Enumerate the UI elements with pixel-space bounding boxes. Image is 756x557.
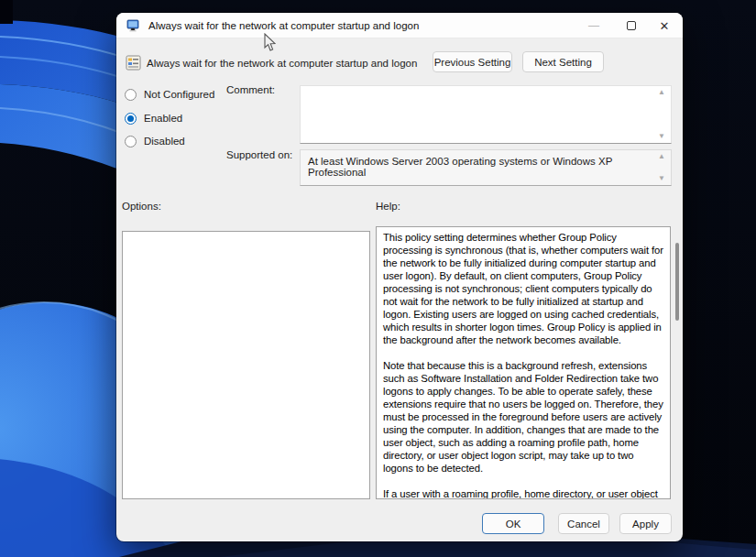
- comment-label: Comment:: [226, 84, 275, 95]
- previous-setting-button[interactable]: Previous Setting: [433, 51, 512, 72]
- policy-setting-dialog: Always wait for the network at computer …: [116, 13, 683, 541]
- radio-not-configured[interactable]: Not Configured: [125, 86, 214, 103]
- radio-circle-icon: [125, 113, 137, 125]
- radio-label: Enabled: [144, 113, 182, 124]
- comment-input[interactable]: ▲ ▼: [300, 85, 672, 144]
- options-label: Options:: [122, 201, 161, 212]
- radio-circle-icon: [125, 136, 137, 147]
- scroll-up-icon[interactable]: ▲: [658, 153, 665, 160]
- supported-on-label: Supported on:: [226, 149, 292, 160]
- mouse-cursor-icon: [263, 33, 276, 52]
- maximize-icon: [627, 21, 636, 30]
- help-label: Help:: [376, 201, 400, 212]
- help-paragraph: If a user with a roaming profile, home d…: [383, 487, 663, 499]
- help-paragraph: Note that because this is a background r…: [383, 359, 663, 475]
- policy-window-icon: [126, 18, 141, 33]
- radio-label: Disabled: [144, 136, 185, 147]
- help-paragraph: This policy setting determines whether G…: [383, 231, 663, 346]
- supported-on-value: At least Windows Server 2003 operating s…: [308, 156, 652, 178]
- apply-button[interactable]: Apply: [619, 513, 672, 534]
- ok-button[interactable]: OK: [482, 513, 544, 534]
- options-listbox[interactable]: [122, 231, 370, 499]
- radio-enabled[interactable]: Enabled: [125, 110, 182, 126]
- setting-title: Always wait for the network at computer …: [147, 58, 417, 69]
- window-title: Always wait for the network at computer …: [148, 20, 419, 31]
- cancel-button[interactable]: Cancel: [558, 513, 609, 534]
- close-button[interactable]: ✕: [646, 13, 683, 38]
- radio-label: Not Configured: [144, 89, 214, 100]
- help-scrollbar-thumb[interactable]: [675, 243, 679, 321]
- minimize-button[interactable]: —: [575, 13, 612, 38]
- maximize-button[interactable]: [613, 13, 650, 38]
- scroll-down-icon[interactable]: ▼: [658, 175, 665, 182]
- scroll-down-icon[interactable]: ▼: [658, 133, 665, 140]
- radio-circle-icon: [125, 89, 137, 101]
- next-setting-button[interactable]: Next Setting: [522, 51, 604, 72]
- gpo-setting-icon: [126, 55, 141, 71]
- help-text-box[interactable]: This policy setting determines whether G…: [376, 226, 671, 499]
- supported-on-box[interactable]: At least Windows Server 2003 operating s…: [300, 149, 672, 186]
- radio-disabled[interactable]: Disabled: [125, 133, 185, 149]
- scroll-up-icon[interactable]: ▲: [658, 89, 665, 96]
